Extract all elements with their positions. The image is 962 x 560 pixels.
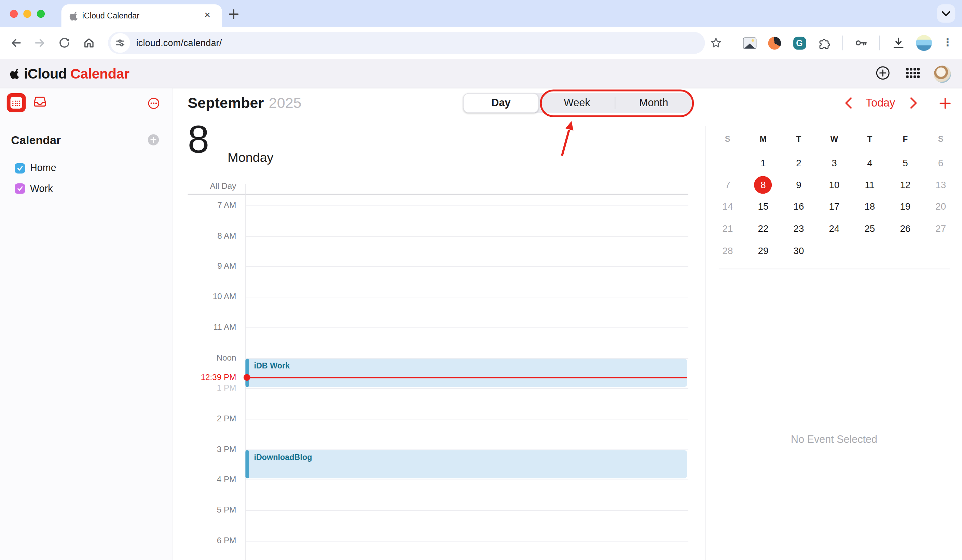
apple-favicon — [69, 11, 79, 21]
bookmark-star-button[interactable] — [709, 35, 723, 50]
mini-calendar-day[interactable]: 2 — [786, 156, 811, 171]
mini-calendar-day[interactable]: 4 — [857, 156, 882, 171]
hour-grid-line — [246, 327, 688, 328]
toolbar-separator — [843, 35, 843, 50]
no-event-selected-text: No Event Selected — [706, 434, 962, 446]
mini-calendar-day[interactable]: 16 — [786, 200, 811, 214]
mini-calendar-divider — [719, 269, 950, 269]
previous-chevron-button[interactable] — [841, 93, 855, 113]
mini-calendar-day[interactable]: 13 — [928, 177, 953, 192]
mini-calendar-day-header: M — [751, 133, 775, 145]
add-event-button[interactable] — [938, 93, 952, 113]
sidebar-more-button[interactable] — [148, 98, 160, 109]
sidebar — [0, 89, 173, 560]
hour-label: 3 PM — [153, 444, 236, 455]
mini-calendar-day[interactable]: 12 — [893, 177, 918, 192]
url-text[interactable]: icloud.com/calendar/ — [136, 32, 222, 54]
hour-label: 7 AM — [153, 200, 236, 211]
mini-calendar-day[interactable]: 28 — [715, 243, 740, 258]
selected-weekday: Monday — [228, 150, 273, 165]
mini-calendar-day[interactable]: 14 — [715, 200, 740, 214]
mac-minimize-button[interactable] — [23, 10, 31, 18]
mac-zoom-button[interactable] — [37, 10, 45, 18]
event-color-bar — [245, 450, 249, 478]
mini-calendar-day[interactable]: 15 — [751, 200, 775, 214]
mac-close-button[interactable] — [10, 10, 18, 18]
inbox-tray-icon[interactable] — [32, 96, 47, 108]
browser-profile-avatar[interactable] — [916, 35, 932, 51]
back-button[interactable] — [5, 32, 27, 54]
tab-search-button[interactable] — [937, 5, 955, 23]
mini-calendar-day[interactable]: 18 — [857, 200, 882, 214]
mini-calendar-day[interactable]: 29 — [751, 243, 775, 258]
hour-grid-line — [246, 449, 688, 450]
hour-label: 8 AM — [153, 230, 236, 241]
browser-menu-icon[interactable]: ⋮ — [943, 32, 952, 54]
today-button[interactable]: Today — [862, 93, 899, 113]
calendar-app-icon[interactable] — [7, 93, 26, 112]
event-block[interactable]: iDownloadBlog — [247, 450, 687, 478]
calendar-checkbox[interactable] — [15, 163, 25, 174]
account-avatar[interactable] — [934, 66, 951, 83]
reload-button[interactable] — [53, 32, 76, 54]
mini-calendar-day[interactable]: 25 — [857, 221, 882, 236]
mini-calendar-day[interactable]: 22 — [751, 221, 775, 236]
month-name: September — [188, 95, 264, 112]
hour-grid-line — [246, 480, 688, 480]
swirl-extension-icon[interactable] — [767, 35, 782, 50]
mini-calendar-day[interactable]: 27 — [928, 221, 953, 236]
sidebar-section-title: Calendar — [11, 134, 61, 148]
hour-grid-line — [246, 297, 688, 298]
calendar-checkbox[interactable] — [15, 183, 25, 194]
mini-calendar-day[interactable]: 1 — [751, 156, 775, 171]
right-panel-divider — [705, 126, 706, 560]
password-key-icon[interactable] — [854, 35, 869, 50]
screenshot-extension-icon[interactable] — [742, 35, 757, 50]
event-title: iDownloadBlog — [254, 453, 312, 462]
all-day-separator — [188, 194, 688, 195]
event-block[interactable]: iDB Work — [247, 359, 687, 387]
hour-label: 6 PM — [153, 535, 236, 546]
sidebar-calendar-home[interactable]: Home — [15, 161, 156, 175]
download-icon[interactable] — [891, 35, 906, 50]
hour-grid-line — [246, 388, 688, 389]
home-button[interactable] — [78, 32, 100, 54]
mini-calendar-day[interactable]: 11 — [857, 177, 882, 192]
browser-tab[interactable]: iCloud Calendar ✕ — [61, 5, 223, 27]
mini-calendar-day[interactable]: 23 — [786, 221, 811, 236]
add-calendar-button[interactable] — [148, 134, 159, 145]
hour-grid-line — [246, 510, 688, 511]
tab-close-icon[interactable]: ✕ — [201, 9, 213, 21]
mini-calendar-day[interactable]: 20 — [928, 200, 953, 214]
hour-label: 9 AM — [153, 261, 236, 272]
mini-calendar-day[interactable]: 21 — [715, 221, 740, 236]
create-plus-button[interactable] — [876, 66, 890, 80]
forward-button[interactable] — [29, 32, 51, 54]
event-title: iDB Work — [254, 361, 290, 370]
mini-calendar-day-header: F — [893, 133, 918, 145]
app-grid-icon[interactable] — [906, 66, 920, 80]
sidebar-calendar-work[interactable]: Work — [15, 182, 156, 195]
next-chevron-button[interactable] — [907, 93, 920, 113]
mini-calendar-day[interactable]: 6 — [928, 156, 953, 171]
mini-calendar-day[interactable]: 9 — [786, 177, 811, 192]
mini-calendar-day-header: T — [857, 133, 882, 145]
year-number: 2025 — [269, 95, 302, 112]
current-time-line — [247, 377, 688, 378]
tab-day-selected[interactable]: Day — [463, 93, 539, 113]
hour-label: 5 PM — [153, 505, 236, 516]
grammarly-extension-icon[interactable]: G — [792, 35, 807, 50]
mini-calendar-day[interactable]: 30 — [786, 243, 811, 258]
new-tab-button[interactable] — [227, 8, 240, 21]
mini-calendar-today[interactable]: 8 — [754, 176, 772, 194]
mini-calendar-day[interactable]: 3 — [822, 156, 847, 171]
mini-calendar-day[interactable]: 10 — [822, 177, 847, 192]
site-info-button[interactable] — [110, 33, 130, 53]
mini-calendar-day[interactable]: 19 — [893, 200, 918, 214]
extensions-puzzle-icon[interactable] — [817, 35, 832, 50]
mini-calendar-day[interactable]: 26 — [893, 221, 918, 236]
mini-calendar-day[interactable]: 24 — [822, 221, 847, 236]
mini-calendar-day[interactable]: 7 — [715, 177, 740, 192]
mini-calendar-day[interactable]: 17 — [822, 200, 847, 214]
mini-calendar-day[interactable]: 5 — [893, 156, 918, 171]
